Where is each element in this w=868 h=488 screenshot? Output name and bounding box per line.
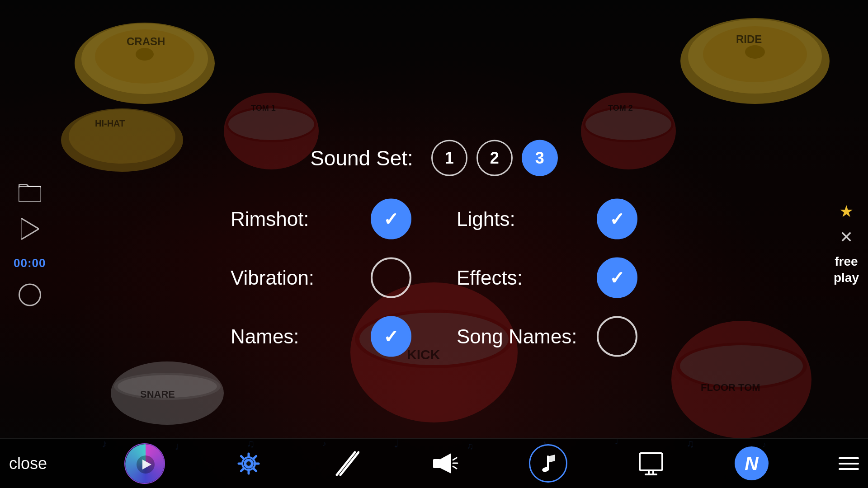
names-row: Names: ✓ [231,316,411,357]
play-icon[interactable] [21,218,39,243]
song-names-toggle[interactable]: ✓ [597,316,637,357]
effects-row: Effects: ✓ [457,258,637,298]
song-names-label: Song Names: [457,325,577,348]
hamburger-line-1 [839,457,859,459]
drumstick-icon[interactable] [332,448,359,479]
close-toolbar-btn[interactable]: close [9,454,54,473]
svg-line-48 [453,466,457,469]
sound-set-row: Sound Set: 1 2 3 [231,140,637,176]
rimshot-check-icon: ✓ [383,210,399,228]
hamburger-line-3 [839,468,859,470]
bottom-toolbar: close [0,438,868,488]
close-x-icon[interactable]: ✕ [840,228,853,247]
gear-icon[interactable] [235,450,262,477]
lights-check-icon: ✓ [609,210,625,228]
screen-icon[interactable] [637,451,665,476]
rimshot-label: Rimshot: [231,208,321,230]
play-for-free-icon[interactable] [124,443,165,484]
sound-set-btn-3[interactable]: 3 [522,140,558,176]
names-label: Names: [231,325,321,348]
sound-set-btn-1[interactable]: 1 [431,140,467,176]
names-check-icon: ✓ [383,328,399,346]
vibration-label: Vibration: [231,267,321,289]
left-sidebar: 00:00 [14,182,46,306]
svg-line-46 [453,458,457,460]
svg-rect-33 [19,187,41,202]
main-content: 00:00 Sound Set: 1 2 3 Rimshot: ✓ [0,0,868,488]
lights-row: Lights: ✓ [457,199,637,239]
music-note-icon[interactable] [529,444,567,483]
record-button[interactable] [19,284,41,306]
close-label: close [9,454,54,473]
rimshot-row: Rimshot: ✓ [231,199,411,239]
rimshot-toggle[interactable]: ✓ [371,199,411,239]
hamburger-menu-icon[interactable] [839,457,859,470]
sound-set-btn-2[interactable]: 2 [476,140,513,176]
free-play-label[interactable]: freeplay [834,253,859,286]
svg-line-43 [340,452,359,475]
hamburger-lines [839,457,859,470]
svg-marker-34 [21,218,39,240]
svg-point-41 [246,461,251,466]
svg-marker-45 [440,453,451,474]
star-icon: ★ [839,202,854,221]
names-toggle[interactable]: ✓ [371,316,411,357]
timer-display: 00:00 [14,256,46,270]
folder-icon[interactable] [19,182,41,205]
svg-rect-44 [433,459,440,468]
lights-toggle[interactable]: ✓ [597,199,637,239]
n-badge-icon[interactable]: N [735,446,769,480]
megaphone-icon[interactable] [429,451,459,476]
settings-grid: Rimshot: ✓ Lights: ✓ Vibration: ✓ [231,199,637,357]
svg-line-42 [337,452,355,475]
right-panel: ★ ✕ freeplay [834,202,868,286]
music-note-circle [529,444,567,483]
song-names-row: Song Names: ✓ [457,316,637,357]
settings-panel: Sound Set: 1 2 3 Rimshot: ✓ Lights: [231,140,637,357]
effects-toggle[interactable]: ✓ [597,258,637,298]
effects-label: Effects: [457,267,547,289]
n-badge: N [735,446,769,480]
svg-rect-50 [640,453,662,470]
hamburger-line-2 [839,463,859,465]
sound-set-label: Sound Set: [310,146,413,170]
lights-label: Lights: [457,208,547,230]
vibration-row: Vibration: ✓ [231,258,411,298]
effects-check-icon: ✓ [609,269,625,287]
vibration-toggle[interactable]: ✓ [371,258,411,298]
